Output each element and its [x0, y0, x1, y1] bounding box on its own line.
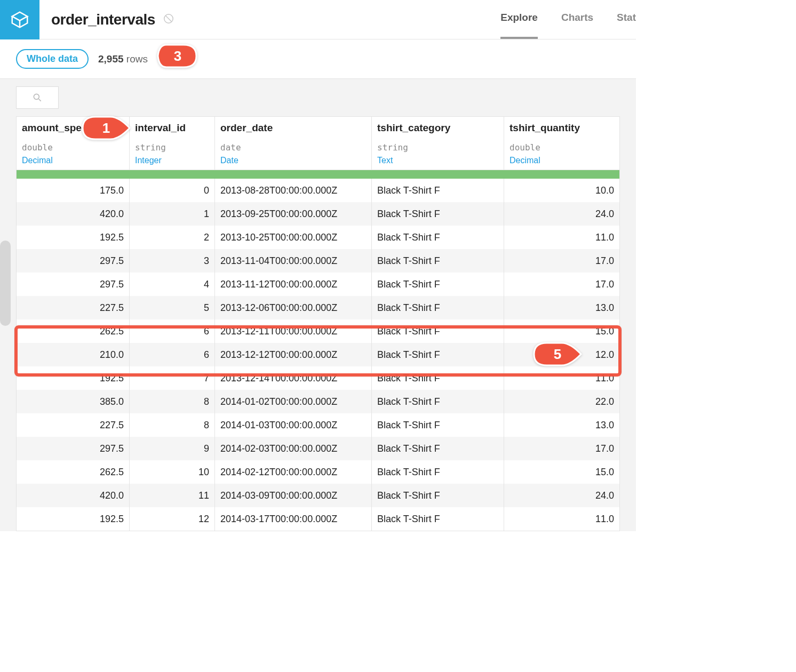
table-row[interactable]: 210.062013-12-12T00:00:00.000ZBlack T-Sh…	[17, 343, 619, 366]
table-cell: 6	[130, 319, 215, 343]
column-type: string	[135, 142, 209, 153]
column-semantic[interactable]: Decimal	[510, 156, 614, 165]
table-cell: Black T-Shirt F	[372, 484, 504, 507]
table-cell: 11.0	[504, 366, 619, 390]
table-cell: 10	[130, 460, 215, 484]
tab-stats[interactable]: Stat	[617, 0, 636, 39]
table-cell: 12	[130, 507, 215, 531]
table-cell: 2013-12-06T00:00:00.000Z	[215, 296, 372, 319]
table-cell: 12.0	[504, 343, 619, 366]
table-cell: 227.5	[17, 296, 130, 319]
table-cell: 24.0	[504, 484, 619, 507]
callout-3: 3	[156, 42, 200, 70]
table-row[interactable]: 192.522013-10-25T00:00:00.000ZBlack T-Sh…	[17, 226, 619, 249]
data-table: amount_spe double Decimal interval_id st…	[16, 116, 620, 531]
table-cell: Black T-Shirt F	[372, 437, 504, 460]
column-header[interactable]: amount_spe double Decimal	[17, 117, 130, 170]
table-cell: 262.5	[17, 319, 130, 343]
column-semantic[interactable]: Date	[220, 156, 366, 165]
table-row[interactable]: 227.552013-12-06T00:00:00.000ZBlack T-Sh…	[17, 296, 619, 319]
table-cell: 4	[130, 273, 215, 296]
dataset-title: order_intervals	[51, 11, 155, 28]
table-cell: 17.0	[504, 437, 619, 460]
table-cell: 262.5	[17, 460, 130, 484]
table-cell: 2014-01-02T00:00:00.000Z	[215, 390, 372, 413]
table-cell: 5	[130, 296, 215, 319]
table-row[interactable]: 192.5122014-03-17T00:00:00.000ZBlack T-S…	[17, 507, 619, 531]
content-area: amount_spe double Decimal interval_id st…	[0, 78, 636, 531]
app-header: order_intervals Explore Charts Stat	[0, 0, 636, 39]
table-cell: Black T-Shirt F	[372, 179, 504, 202]
table-cell: 192.5	[17, 366, 130, 390]
vertical-scrollbar[interactable]	[0, 241, 11, 326]
tab-charts[interactable]: Charts	[561, 0, 593, 39]
table-cell: 175.0	[17, 179, 130, 202]
table-cell: 17.0	[504, 249, 619, 273]
column-semantic[interactable]: Integer	[135, 156, 209, 165]
table-cell: 297.5	[17, 249, 130, 273]
table-row[interactable]: 297.542013-11-12T00:00:00.000ZBlack T-Sh…	[17, 273, 619, 296]
table-cell: Black T-Shirt F	[372, 273, 504, 296]
table-cell: 9	[130, 437, 215, 460]
column-type: double	[22, 142, 124, 153]
table-row[interactable]: 262.5102014-02-12T00:00:00.000ZBlack T-S…	[17, 460, 619, 484]
table-body: 175.002013-08-28T00:00:00.000ZBlack T-Sh…	[17, 179, 619, 531]
tab-explore[interactable]: Explore	[500, 0, 538, 39]
table-cell: 11.0	[504, 226, 619, 249]
table-row[interactable]: 385.082014-01-02T00:00:00.000ZBlack T-Sh…	[17, 390, 619, 413]
column-semantic[interactable]: Decimal	[22, 156, 124, 165]
logo-icon[interactable]	[0, 0, 39, 39]
table-cell: 192.5	[17, 226, 130, 249]
table-cell: 297.5	[17, 273, 130, 296]
table-cell: 7	[130, 366, 215, 390]
table-cell: Black T-Shirt F	[372, 249, 504, 273]
table-cell: 2013-10-25T00:00:00.000Z	[215, 226, 372, 249]
table-cell: 2013-11-04T00:00:00.000Z	[215, 249, 372, 273]
table-cell: 192.5	[17, 507, 130, 531]
table-cell: 15.0	[504, 319, 619, 343]
table-cell: 2	[130, 226, 215, 249]
whole-data-button[interactable]: Whole data	[16, 49, 89, 69]
table-row[interactable]: 192.572013-12-14T00:00:00.000ZBlack T-Sh…	[17, 366, 619, 390]
row-count-number: 2,955	[98, 53, 124, 65]
table-cell: 2013-12-14T00:00:00.000Z	[215, 366, 372, 390]
visibility-icon	[163, 13, 174, 27]
column-name: interval_id	[135, 122, 209, 134]
table-row[interactable]: 420.0112014-03-09T00:00:00.000ZBlack T-S…	[17, 484, 619, 507]
column-search[interactable]	[16, 86, 59, 109]
table-cell: 2013-08-28T00:00:00.000Z	[215, 179, 372, 202]
column-name: amount_spe	[22, 122, 124, 134]
column-name: tshirt_category	[377, 122, 498, 134]
table-row[interactable]: 175.002013-08-28T00:00:00.000ZBlack T-Sh…	[17, 179, 619, 202]
row-count: 2,955 rows	[98, 53, 148, 65]
subheader: Whole data 2,955 rows 3	[0, 39, 636, 78]
table-cell: 22.0	[504, 390, 619, 413]
table-row[interactable]: 297.532013-11-04T00:00:00.000ZBlack T-Sh…	[17, 249, 619, 273]
table-cell: 385.0	[17, 390, 130, 413]
table-cell: 13.0	[504, 296, 619, 319]
table-row[interactable]: 297.592014-02-03T00:00:00.000ZBlack T-Sh…	[17, 437, 619, 460]
table-cell: 6	[130, 343, 215, 366]
column-type: date	[220, 142, 366, 153]
table-cell: Black T-Shirt F	[372, 413, 504, 437]
column-header[interactable]: order_date date Date	[215, 117, 372, 170]
table-cell: Black T-Shirt F	[372, 507, 504, 531]
table-row[interactable]: 227.582014-01-03T00:00:00.000ZBlack T-Sh…	[17, 413, 619, 437]
table-cell: 2013-09-25T00:00:00.000Z	[215, 202, 372, 226]
column-header[interactable]: tshirt_category string Text	[372, 117, 504, 170]
table-header: amount_spe double Decimal interval_id st…	[17, 117, 619, 170]
table-cell: 227.5	[17, 413, 130, 437]
column-header[interactable]: interval_id string Integer	[130, 117, 215, 170]
density-bar	[17, 170, 619, 179]
table-cell: Black T-Shirt F	[372, 366, 504, 390]
table-row[interactable]: 262.562013-12-11T00:00:00.000ZBlack T-Sh…	[17, 319, 619, 343]
table-row[interactable]: 420.012013-09-25T00:00:00.000ZBlack T-Sh…	[17, 202, 619, 226]
column-semantic[interactable]: Text	[377, 156, 498, 165]
column-type: double	[510, 142, 614, 153]
table-cell: 0	[130, 179, 215, 202]
column-name: order_date	[220, 122, 366, 134]
table-cell: Black T-Shirt F	[372, 202, 504, 226]
table-cell: Black T-Shirt F	[372, 226, 504, 249]
column-header[interactable]: tshirt_quantity double Decimal	[504, 117, 619, 170]
table-cell: Black T-Shirt F	[372, 296, 504, 319]
